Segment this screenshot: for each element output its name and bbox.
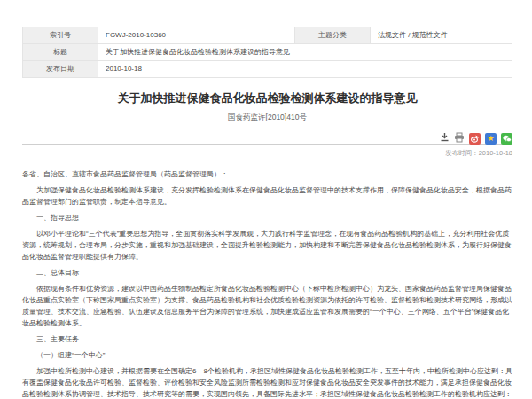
table-row: 发布日期 2010-10-18 [23, 61, 512, 78]
wechat-share-icon[interactable] [501, 133, 512, 145]
section-heading-1: 一、指导思想 [22, 212, 512, 223]
paragraph-salutation: 各省、自治区、直辖市食品药品监督管理局（药品监督管理局）： [22, 168, 512, 180]
publish-date-value: 2010-10-18 [98, 61, 512, 78]
publish-time: 发布时间：2010-10-18 [22, 149, 512, 158]
document-meta-table: 索引号 FGWJ-2010-10360 主题分类 法规文件 / 规范性文件 标题… [22, 27, 512, 78]
paragraph-guiding-ideology: 以邓小平理论和“三个代表”重要思想为指导，全面贯彻落实科学发展观，大力践行科学监… [22, 228, 512, 262]
section-heading-3: 三、主要任务 [22, 333, 512, 345]
article-body: 各省、自治区、直辖市食品药品监督管理局（药品监督管理局）： 为加强保健食品化妆品… [22, 168, 512, 399]
table-row: 索引号 FGWJ-2010-10360 主题分类 法规文件 / 规范性文件 [23, 27, 512, 44]
weibo-share-icon[interactable] [469, 133, 481, 145]
index-number-label: 索引号 [23, 27, 98, 44]
category-label: 主题分类 [295, 27, 371, 44]
document-page: 索引号 FGWJ-2010-10360 主题分类 法规文件 / 规范性文件 标题… [0, 0, 532, 399]
index-number-value: FGWJ-2010-10360 [98, 27, 295, 44]
category-value: 法规文件 / 规范性文件 [371, 27, 512, 44]
table-row: 标题 关于加快推进保健食品化妆品检验检测体系建设的指导意见 [23, 44, 512, 61]
paragraph-main-task: 加强中检所检测中心建设，并根据需要在全国确定6—8个检验机构，承担区域性保健食品… [22, 365, 512, 399]
download-icon[interactable] [439, 132, 450, 143]
publish-date-label: 发布日期 [23, 61, 98, 78]
star-icon: ★ [487, 135, 494, 143]
qzone-share-icon[interactable]: ★ [485, 133, 497, 145]
title-label: 标题 [23, 44, 98, 61]
subsection-heading-1: （一）组建“一个中心” [22, 349, 512, 361]
toolbar: ★ [22, 130, 512, 145]
page-title: 关于加快推进保健食品化妆品检验检测体系建设的指导意见 [22, 90, 512, 106]
print-icon[interactable] [454, 132, 465, 143]
document-number: 国食药监许[2010]410号 [22, 113, 512, 123]
paragraph-intro: 为加强保健食品化妆品检验检测体系建设，充分发挥检验检测体系在保健食品化妆品监督管… [22, 184, 512, 207]
paragraph-overall-goal: 依据现有条件和优势资源，建设以中国药品生物制品检定所食品化妆品检验检测中心（下称… [22, 283, 512, 329]
title-value: 关于加快推进保健食品化妆品检验检测体系建设的指导意见 [98, 44, 512, 61]
section-heading-2: 二、总体目标 [22, 267, 512, 278]
